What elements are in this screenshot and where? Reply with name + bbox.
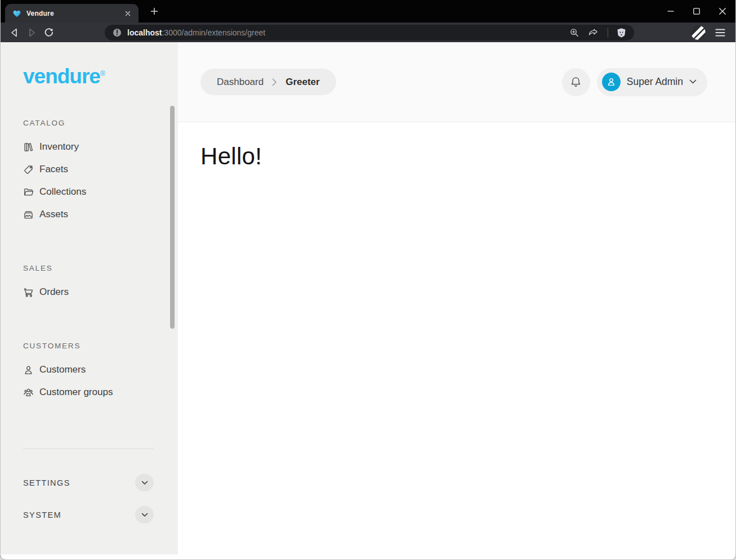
toolbar-divider: [608, 28, 608, 37]
share-icon[interactable]: [588, 28, 599, 38]
sidebar-section-system[interactable]: SYSTEM: [23, 506, 154, 523]
url-path: :3000/admin/extensions/greet: [162, 28, 265, 37]
user-menu-chevron-icon: [689, 79, 697, 84]
bell-icon: [570, 76, 582, 88]
sidebar: vendure® CATALOG Inventory: [1, 42, 178, 554]
system-label: SYSTEM: [23, 510, 61, 519]
sidebar-item-orders[interactable]: Orders: [23, 281, 178, 303]
window-controls: [658, 0, 735, 23]
sidebar-item-facets[interactable]: Facets: [23, 158, 178, 181]
customers-icon: [23, 365, 34, 375]
page-header: Dashboard Greeter: [178, 42, 735, 122]
customer-groups-icon: [23, 387, 34, 398]
inventory-icon: [23, 142, 34, 153]
sidebar-scrollbar[interactable]: [170, 106, 175, 329]
settings-expand-button[interactable]: [135, 474, 154, 491]
vendure-admin-app: vendure® CATALOG Inventory: [1, 42, 735, 560]
reload-button[interactable]: [40, 25, 57, 41]
breadcrumb: Dashboard Greeter: [200, 69, 336, 95]
browser-menu-icon[interactable]: [715, 28, 725, 37]
sidebar-divider: [23, 449, 154, 449]
toolbar-right: [691, 25, 725, 40]
sidebar-item-label: Assets: [39, 209, 68, 220]
sidebar-item-label: Orders: [39, 286, 69, 298]
sidebar-item-label: Customers: [39, 364, 86, 375]
site-info-icon[interactable]: [113, 28, 122, 37]
settings-label: SETTINGS: [23, 478, 70, 487]
header-actions: Super Admin: [562, 68, 707, 96]
greeting-heading: Hello!: [200, 143, 713, 170]
vendure-logo: vendure®: [23, 66, 178, 87]
sidebar-item-collections[interactable]: Collections: [23, 181, 178, 203]
registered-trademark: ®: [100, 70, 105, 78]
user-menu[interactable]: Super Admin: [597, 68, 707, 96]
main-area: Dashboard Greeter: [178, 42, 735, 560]
url-host: localhost: [127, 28, 162, 37]
window-minimize-button[interactable]: [658, 0, 684, 23]
address-bar[interactable]: localhost:3000/admin/extensions/greet: [105, 25, 634, 41]
sidebar-section-settings[interactable]: SETTINGS: [23, 474, 154, 491]
window-maximize-button[interactable]: [684, 0, 710, 23]
browser-window: Vendure: [0, 0, 736, 560]
sidebar-item-label: Customer groups: [39, 387, 113, 398]
nav-section-customers: CUSTOMERS: [23, 342, 178, 350]
window-close-button[interactable]: [710, 0, 735, 23]
tab-close-icon[interactable]: [122, 7, 134, 20]
browser-profile-avatar[interactable]: [691, 25, 706, 40]
sidebar-item-customers[interactable]: Customers: [23, 359, 178, 381]
page-content: Hello!: [178, 122, 735, 191]
zoom-icon[interactable]: [569, 28, 579, 38]
forward-button[interactable]: [23, 25, 40, 41]
new-tab-button[interactable]: [146, 3, 163, 20]
user-avatar: [602, 73, 621, 91]
collections-icon: [23, 187, 34, 198]
browser-tab[interactable]: Vendure: [5, 4, 139, 23]
sidebar-item-label: Inventory: [39, 141, 79, 153]
sidebar-nav: CATALOG Inventory: [23, 119, 178, 404]
sidebar-item-inventory[interactable]: Inventory: [23, 136, 178, 158]
facets-icon: [23, 164, 34, 175]
notifications-button[interactable]: [562, 68, 590, 96]
sidebar-item-label: Collections: [39, 186, 86, 198]
assets-icon: [23, 209, 34, 220]
url-text: localhost:3000/admin/extensions/greet: [127, 28, 265, 37]
address-bar-actions: [569, 28, 626, 38]
tab-title: Vendure: [26, 10, 122, 17]
breadcrumb-dashboard-link[interactable]: Dashboard: [217, 77, 264, 88]
user-name: Super Admin: [627, 76, 683, 88]
vendure-favicon-icon: [12, 9, 21, 18]
orders-icon: [23, 287, 34, 298]
breadcrumb-current: Greeter: [286, 77, 319, 88]
brave-shield-icon[interactable]: [617, 28, 626, 38]
sidebar-item-customer-groups[interactable]: Customer groups: [23, 381, 178, 404]
sidebar-item-label: Facets: [39, 164, 68, 175]
back-button[interactable]: [6, 25, 23, 41]
browser-titlebar: Vendure: [1, 0, 735, 23]
breadcrumb-chevron-icon: [272, 78, 277, 86]
browser-toolbar: localhost:3000/admin/extensions/greet: [1, 23, 735, 42]
system-expand-button[interactable]: [135, 506, 154, 523]
nav-section-catalog: CATALOG: [23, 119, 178, 127]
sidebar-item-assets[interactable]: Assets: [23, 203, 178, 226]
nav-section-sales: SALES: [23, 264, 178, 272]
